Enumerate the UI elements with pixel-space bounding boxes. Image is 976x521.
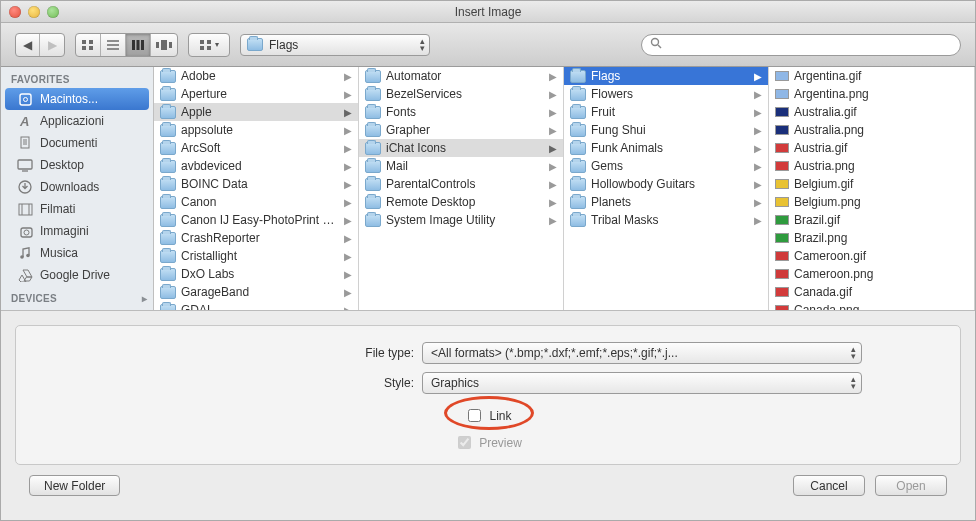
view-coverflow-button[interactable]: [151, 34, 177, 56]
folder-icon: [365, 214, 381, 227]
sidebar-item[interactable]: Desktop: [1, 154, 153, 176]
file-row[interactable]: Adobe▶: [154, 67, 358, 85]
sidebar-item[interactable]: Documenti: [1, 132, 153, 154]
file-row[interactable]: Australia.png: [769, 121, 974, 139]
sidebar-item[interactable]: Macintos...: [5, 88, 149, 110]
folder-icon: [365, 142, 381, 155]
new-folder-button[interactable]: New Folder: [29, 475, 120, 496]
file-row[interactable]: iChat Icons▶: [359, 139, 563, 157]
file-row[interactable]: avbdeviced▶: [154, 157, 358, 175]
file-row[interactable]: BezelServices▶: [359, 85, 563, 103]
file-row[interactable]: Australia.gif: [769, 103, 974, 121]
folder-icon: [570, 88, 586, 101]
file-row[interactable]: Grapher▶: [359, 121, 563, 139]
link-checkbox[interactable]: [468, 409, 481, 422]
view-list-button[interactable]: [101, 34, 126, 56]
file-row[interactable]: System Image Utility▶: [359, 211, 563, 229]
flag-icon: [775, 161, 789, 171]
sidebar-item-label: Documenti: [40, 136, 97, 150]
file-row[interactable]: Austria.gif: [769, 139, 974, 157]
file-label: System Image Utility: [386, 213, 544, 227]
file-label: BezelServices: [386, 87, 544, 101]
file-row[interactable]: Canon▶: [154, 193, 358, 211]
file-row[interactable]: Argentina.png: [769, 85, 974, 103]
sidebar-item[interactable]: Filmati: [1, 198, 153, 220]
file-row[interactable]: ArcSoft▶: [154, 139, 358, 157]
back-button[interactable]: ◀: [16, 34, 40, 56]
cancel-button[interactable]: Cancel: [793, 475, 865, 496]
file-row[interactable]: Funk Animals▶: [564, 139, 768, 157]
chevron-right-icon: ▶: [549, 107, 557, 118]
file-row[interactable]: Belgium.png: [769, 193, 974, 211]
disclosure-arrow-icon[interactable]: ▸: [142, 293, 147, 304]
chevron-right-icon: ▶: [344, 197, 352, 208]
file-row[interactable]: Cristallight▶: [154, 247, 358, 265]
close-window-button[interactable]: [9, 6, 21, 18]
view-icon-button[interactable]: [76, 34, 101, 56]
path-popup[interactable]: Flags ▴▾: [240, 34, 430, 56]
file-row[interactable]: Planets▶: [564, 193, 768, 211]
file-row[interactable]: Mail▶: [359, 157, 563, 175]
file-row[interactable]: Apple▶: [154, 103, 358, 121]
file-row[interactable]: Canon IJ Easy-PhotoPrint EX▶: [154, 211, 358, 229]
file-row[interactable]: Fung Shui▶: [564, 121, 768, 139]
view-columns-button[interactable]: [126, 34, 151, 56]
file-row[interactable]: GDAL▶: [154, 301, 358, 310]
file-row[interactable]: Flags▶: [564, 67, 768, 85]
file-row[interactable]: ParentalControls▶: [359, 175, 563, 193]
file-row[interactable]: Automator▶: [359, 67, 563, 85]
file-row[interactable]: Fruit▶: [564, 103, 768, 121]
style-popup[interactable]: Graphics ▴▾: [422, 372, 862, 394]
file-row[interactable]: Aperture▶: [154, 85, 358, 103]
filetype-popup[interactable]: <All formats> (*.bmp;*.dxf;*.emf;*.eps;*…: [422, 342, 862, 364]
minimize-window-button[interactable]: [28, 6, 40, 18]
file-row[interactable]: Canada.png: [769, 301, 974, 310]
file-row[interactable]: appsolute▶: [154, 121, 358, 139]
folder-icon: [570, 178, 586, 191]
svg-point-35: [26, 253, 30, 257]
arrange-button[interactable]: ▾: [189, 34, 229, 56]
column-browser: Adobe▶Aperture▶Apple▶appsolute▶ArcSoft▶a…: [154, 67, 975, 310]
file-label: GDAL: [181, 303, 339, 310]
file-row[interactable]: DxO Labs▶: [154, 265, 358, 283]
file-row[interactable]: BOINC Data▶: [154, 175, 358, 193]
file-row[interactable]: Canada.gif: [769, 283, 974, 301]
file-row[interactable]: Brazil.png: [769, 229, 974, 247]
chevron-right-icon: ▶: [344, 143, 352, 154]
file-row[interactable]: CrashReporter▶: [154, 229, 358, 247]
file-row[interactable]: Cameroon.gif: [769, 247, 974, 265]
browser-column: Flags▶Flowers▶Fruit▶Fung Shui▶Funk Anima…: [564, 67, 769, 310]
file-row[interactable]: GarageBand▶: [154, 283, 358, 301]
sidebar-item[interactable]: Musica: [1, 242, 153, 264]
folder-icon: [247, 38, 263, 51]
zoom-window-button[interactable]: [47, 6, 59, 18]
svg-rect-26: [18, 160, 32, 169]
flag-icon: [775, 71, 789, 81]
file-row[interactable]: Brazil.gif: [769, 211, 974, 229]
file-row[interactable]: Tribal Masks▶: [564, 211, 768, 229]
file-row[interactable]: Hollowbody Guitars▶: [564, 175, 768, 193]
file-row[interactable]: Austria.png: [769, 157, 974, 175]
sidebar-item[interactable]: AApplicazioni: [1, 110, 153, 132]
file-label: Cameroon.png: [794, 267, 970, 281]
forward-button[interactable]: ▶: [40, 34, 64, 56]
file-row[interactable]: Gems▶: [564, 157, 768, 175]
file-row[interactable]: Remote Desktop▶: [359, 193, 563, 211]
link-checkbox-row[interactable]: Link: [464, 406, 511, 425]
sidebar-item[interactable]: Downloads: [1, 176, 153, 198]
file-row[interactable]: Flowers▶: [564, 85, 768, 103]
svg-rect-2: [82, 46, 86, 50]
flag-icon: [775, 215, 789, 225]
file-row[interactable]: Belgium.gif: [769, 175, 974, 193]
sidebar-item[interactable]: Google Drive: [1, 264, 153, 286]
search-field[interactable]: [641, 34, 961, 56]
file-row[interactable]: Cameroon.png: [769, 265, 974, 283]
open-button[interactable]: Open: [875, 475, 947, 496]
file-label: Funk Animals: [591, 141, 749, 155]
file-row[interactable]: Argentina.gif: [769, 67, 974, 85]
sidebar-item[interactable]: Immagini: [1, 220, 153, 242]
search-input[interactable]: [666, 37, 952, 53]
file-row[interactable]: Fonts▶: [359, 103, 563, 121]
sidebar-item-label: Macintos...: [40, 92, 98, 106]
file-label: Australia.png: [794, 123, 970, 137]
